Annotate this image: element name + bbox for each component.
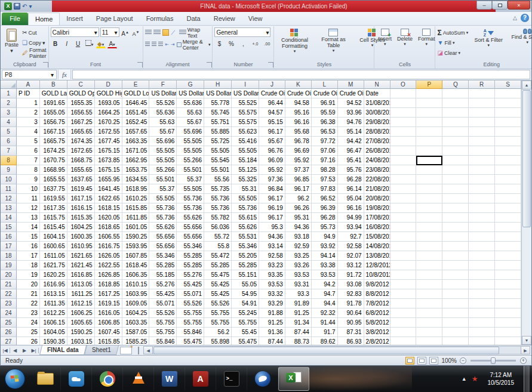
cell-J6[interactable]: 95.67 (259, 137, 285, 146)
cell-L19[interactable]: 93.38 (312, 261, 338, 270)
row-header-12[interactable]: 12 (1, 194, 17, 203)
cell-G26[interactable]: 55.846 (177, 328, 204, 337)
cell-N27[interactable]: 2/8/2012 (364, 337, 390, 345)
cell-J16[interactable]: 94.36 (259, 232, 285, 242)
cell-B16[interactable]: 1604.15 (40, 232, 67, 242)
cell-L9[interactable]: 98.28 (312, 165, 338, 175)
cell-H22[interactable]: 55.425 (204, 289, 232, 299)
insert-cells-button[interactable]: Insert▾ (376, 27, 393, 61)
cell-E7[interactable]: 1671.05 (122, 146, 150, 156)
scroll-left-icon[interactable]: ◀ (143, 346, 153, 354)
cell-M21[interactable]: 93.08 (338, 280, 364, 289)
cell-O9[interactable] (390, 165, 417, 175)
cell-D10[interactable]: 1655.95 (95, 175, 122, 184)
cell-F7[interactable]: 55.505 (149, 146, 177, 156)
cell-I17[interactable]: 55.346 (232, 242, 259, 251)
cell-I13[interactable]: 55.736 (232, 203, 259, 213)
formula-input[interactable] (72, 70, 530, 79)
taskbar-explorer-button[interactable] (30, 367, 61, 391)
cell-L15[interactable]: 95.73 (312, 223, 338, 232)
cell-O13[interactable] (390, 203, 417, 213)
cell-S20[interactable] (495, 270, 521, 280)
cell-A13[interactable]: 12 (17, 203, 40, 213)
sheet-tab-final-data[interactable]: FINAL data (39, 345, 87, 355)
cell-F21[interactable]: 55.276 (149, 280, 177, 289)
cell-B1[interactable]: GOLD Last (40, 89, 67, 98)
cell-N10[interactable]: 22/08/2012 (364, 175, 390, 184)
row-header-7[interactable]: 7 (1, 146, 17, 156)
cell-L21[interactable]: 94.2 (312, 280, 338, 289)
row-header-9[interactable]: 9 (1, 165, 17, 175)
taskbar-adobe-button[interactable]: A (185, 367, 216, 391)
cell-Q9[interactable] (442, 165, 469, 175)
cell-G9[interactable]: 55.501 (177, 165, 204, 175)
cell-D2[interactable]: 1693.05 (95, 98, 122, 108)
row-header-22[interactable]: 22 (1, 289, 17, 299)
cell-I19[interactable]: 55.285 (232, 261, 259, 270)
cell-R14[interactable] (469, 213, 495, 223)
cell-I9[interactable]: 55.125 (232, 165, 259, 175)
cell-A16[interactable]: 15 (17, 232, 40, 242)
cell-F18[interactable]: 55.346 (149, 251, 177, 261)
cell-N7[interactable]: 26/08/2012 (364, 146, 390, 156)
cell-E11[interactable]: 1618.95 (122, 184, 150, 194)
cell-B22[interactable]: 1613.15 (40, 289, 67, 299)
cell-F10[interactable]: 55.501 (149, 175, 177, 184)
cell-P24[interactable] (416, 308, 442, 318)
cell-C23[interactable]: 1612.15 (67, 299, 95, 308)
cell-R11[interactable] (469, 184, 495, 194)
cell-M12[interactable]: 95.04 (338, 194, 364, 203)
cell-C2[interactable]: 1655.35 (67, 98, 95, 108)
cell-G7[interactable]: 55.505 (177, 146, 204, 156)
cell-H20[interactable]: 55.475 (204, 270, 232, 280)
cell-F4[interactable]: 55.63 (149, 118, 177, 127)
cell-O22[interactable] (390, 289, 417, 299)
cell-G6[interactable]: 55.505 (177, 137, 204, 146)
insert-function-button[interactable]: fx (58, 70, 71, 79)
cell-B20[interactable]: 1620.25 (40, 270, 67, 280)
cell-M26[interactable]: 87.31 (338, 328, 364, 337)
cell-D16[interactable]: 1606.55 (95, 232, 122, 242)
cell-K13[interactable]: 96.26 (285, 203, 312, 213)
cell-K27[interactable]: 88.73 (285, 337, 312, 345)
cell-N25[interactable]: 5/8/2012 (364, 318, 390, 328)
cell-Q21[interactable] (442, 280, 469, 289)
cell-G20[interactable]: 55.276 (177, 270, 204, 280)
tab-home[interactable]: Home (28, 13, 60, 25)
cell-H8[interactable]: 55.545 (204, 156, 232, 165)
cell-K9[interactable]: 97.37 (285, 165, 312, 175)
cell-M7[interactable]: 96.47 (338, 146, 364, 156)
font-size-select[interactable]: 11▾ (100, 27, 119, 37)
cell-M25[interactable]: 90.95 (338, 318, 364, 328)
cell-D20[interactable]: 1626.85 (95, 270, 122, 280)
decrease-decimal-button[interactable]: .00 (262, 39, 272, 48)
cell-Q27[interactable] (442, 337, 469, 345)
cell-E19[interactable]: 1618.45 (122, 261, 150, 270)
comma-style-button[interactable]: , (238, 39, 248, 48)
first-sheet-button[interactable]: |◀ (1, 348, 10, 353)
cell-L5[interactable]: 96.53 (312, 127, 338, 137)
cell-E25[interactable]: 1603.35 (122, 318, 150, 328)
cell-L2[interactable]: 96.91 (312, 98, 338, 108)
cell-K24[interactable]: 91.25 (285, 308, 312, 318)
cell-R9[interactable] (469, 165, 495, 175)
cell-D15[interactable]: 1618.65 (95, 223, 122, 232)
underline-button[interactable]: U (73, 39, 83, 48)
cell-P7[interactable] (416, 146, 442, 156)
cell-C7[interactable]: 1672.65 (67, 146, 95, 156)
cell-K19[interactable]: 93.26 (285, 261, 312, 270)
cell-P17[interactable] (416, 242, 442, 251)
cell-P22[interactable] (416, 289, 442, 299)
minimize-ribbon-icon[interactable]: △ (513, 15, 517, 21)
cell-M5[interactable]: 95.14 (338, 127, 364, 137)
cell-S15[interactable] (495, 223, 521, 232)
cell-F16[interactable]: 55.656 (149, 232, 177, 242)
cell-B27[interactable]: 1590.35 (40, 337, 67, 345)
cell-F19[interactable]: 55.285 (149, 261, 177, 270)
cell-P6[interactable] (416, 137, 442, 146)
cell-E22[interactable]: 1603.95 (122, 289, 150, 299)
cell-C4[interactable]: 1667.25 (67, 118, 95, 127)
cell-J15[interactable]: 95.3 (259, 223, 285, 232)
cell-F14[interactable]: 55.736 (149, 213, 177, 223)
column-header-R[interactable]: R (469, 81, 495, 89)
